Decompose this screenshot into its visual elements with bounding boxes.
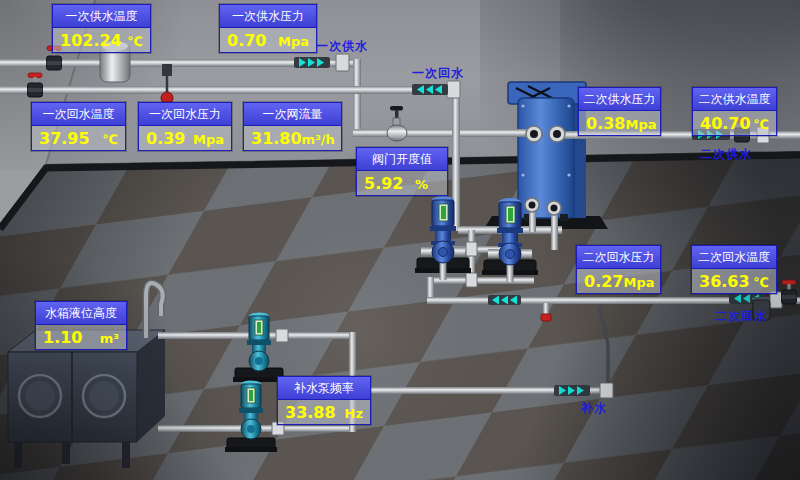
gauge-secondary-return-temp: 二次回水温度 36.63℃ xyxy=(691,245,777,294)
gauge-unit: Mpa xyxy=(278,32,309,51)
gauge-value: 33.88 xyxy=(285,403,336,422)
gauge-value: 31.80 xyxy=(251,129,302,148)
gauge-valve-opening: 阀门开度值 5.92% xyxy=(356,147,448,196)
gauge-unit: Hz xyxy=(345,404,363,423)
gauge-value: 0.38 xyxy=(586,114,625,133)
primary-return-valve[interactable] xyxy=(28,73,43,97)
gauge-primary-flow: 一次网流量 31.80m³/h xyxy=(243,102,342,151)
gauge-unit: m³/h xyxy=(302,130,335,149)
gauge-unit: ℃ xyxy=(753,115,769,134)
gauge-secondary-supply-temp: 二次供水温度 40.70℃ xyxy=(692,87,777,136)
gauge-primary-supply-temp: 一次供水温度 102.24℃ xyxy=(52,4,151,53)
gauge-primary-supply-press: 一次供水压力 0.70Mpa xyxy=(219,4,317,53)
gauge-primary-return-press: 一次回水压力 0.39Mpa xyxy=(138,102,232,151)
gauge-value: 0.39 xyxy=(146,129,185,148)
gauge-unit: m³ xyxy=(100,329,119,348)
primary-return-pipe xyxy=(0,86,456,94)
gauge-value: 0.70 xyxy=(227,31,266,50)
gauge-unit: ℃ xyxy=(127,32,143,51)
gauge-unit: Mpa xyxy=(193,130,224,149)
gauge-secondary-supply-press: 二次供水压力 0.38Mpa xyxy=(578,87,661,136)
gauge-unit: Mpa xyxy=(623,273,654,292)
gauge-tank-level: 水箱液位高度 1.10m³ xyxy=(35,301,127,350)
gauge-unit: Mpa xyxy=(625,115,656,134)
hmi-heat-station-screen: 一次供水温度 102.24℃ 一次供水压力 0.70Mpa 一次回水温度 37.… xyxy=(0,0,800,480)
plant-3d-scene xyxy=(0,0,800,480)
pipe-label-secondary-return: 二次回水 xyxy=(715,308,767,325)
pipe-label-primary-return: 一次回水 xyxy=(412,65,464,82)
gauge-value: 1.10 xyxy=(43,328,82,347)
gauge-secondary-return-press: 二次回水压力 0.27Mpa xyxy=(576,245,661,294)
gauge-unit: ℃ xyxy=(753,273,769,292)
pipe-label-secondary-supply: 二次供水 xyxy=(700,146,752,163)
gauge-makeup-pump-freq: 补水泵频率 33.88Hz xyxy=(277,376,371,425)
gauge-value: 36.63 xyxy=(699,272,750,291)
pipe-label-primary-supply: 一次供水 xyxy=(316,38,368,55)
gauge-unit: % xyxy=(415,175,428,194)
pipe-label-makeup-water: 补水 xyxy=(581,400,607,417)
gauge-value: 5.92 xyxy=(364,174,403,193)
gauge-value: 0.27 xyxy=(584,272,623,291)
gauge-value: 40.70 xyxy=(700,114,751,133)
gauge-value: 37.95 xyxy=(39,129,90,148)
gauge-unit: ℃ xyxy=(102,130,118,149)
gauge-primary-return-temp: 一次回水温度 37.95℃ xyxy=(31,102,126,151)
gauge-value: 102.24 xyxy=(60,31,122,50)
